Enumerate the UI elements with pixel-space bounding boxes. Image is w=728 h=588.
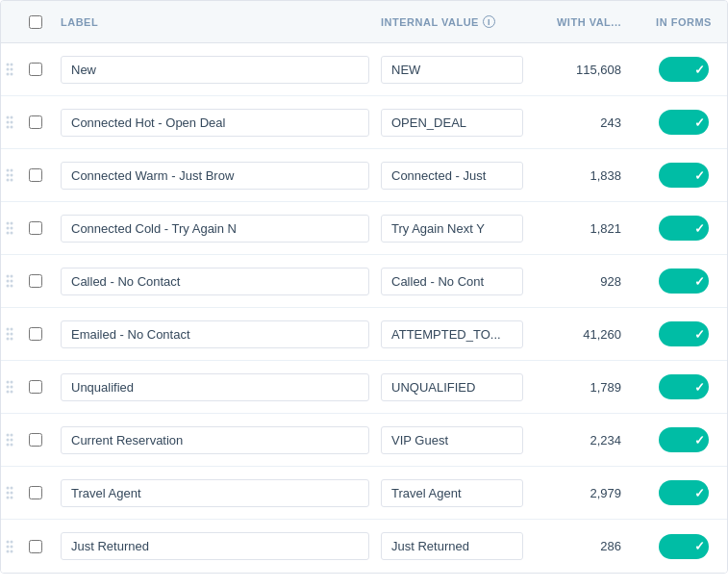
in-forms-toggle[interactable]: ✓: [659, 216, 709, 241]
label-input[interactable]: [61, 532, 369, 560]
toggle-check-icon: ✓: [694, 168, 705, 183]
svg-point-13: [11, 169, 13, 172]
in-forms-toggle[interactable]: ✓: [659, 480, 709, 505]
row-checkbox-col[interactable]: [18, 168, 53, 182]
info-icon[interactable]: i: [483, 15, 495, 28]
svg-point-5: [11, 73, 13, 76]
row-checkbox[interactable]: [29, 540, 42, 553]
label-input[interactable]: [61, 215, 369, 243]
table-row: 1,789 ✓: [1, 361, 727, 414]
in-forms-toggle[interactable]: ✓: [659, 110, 709, 135]
with-val-header: With Val...: [535, 16, 640, 28]
header-checkbox-col[interactable]: [18, 15, 53, 29]
row-checkbox-col[interactable]: [18, 380, 53, 394]
select-all-checkbox[interactable]: [29, 15, 42, 29]
internal-value-input[interactable]: [381, 268, 523, 295]
toggle-check-icon: ✓: [694, 380, 705, 395]
in-forms-toggle[interactable]: ✓: [659, 57, 709, 82]
internal-value-input[interactable]: [381, 532, 523, 560]
row-checkbox-col[interactable]: [18, 221, 53, 235]
in-forms-toggle[interactable]: ✓: [659, 374, 709, 399]
internal-value-input[interactable]: [381, 320, 523, 348]
svg-point-20: [7, 227, 10, 230]
drag-handle[interactable]: [1, 167, 18, 183]
internal-value-input[interactable]: [381, 373, 523, 401]
in-forms-toggle[interactable]: ✓: [659, 427, 709, 452]
row-checkbox-col[interactable]: [18, 115, 53, 129]
svg-point-32: [7, 333, 10, 336]
drag-handle[interactable]: [1, 62, 18, 77]
property-options-table: Label Internal Value i With Val... In Fo…: [0, 0, 728, 574]
drag-handle[interactable]: [1, 539, 18, 554]
table-row: 1,838 ✓: [1, 149, 727, 202]
label-cell: [53, 532, 381, 560]
svg-point-2: [7, 68, 10, 71]
toggle-check-icon: ✓: [694, 63, 705, 77]
table-row: 115,608 ✓: [1, 43, 727, 96]
table-row: 2,979 ✓: [1, 467, 727, 520]
row-checkbox[interactable]: [29, 433, 42, 447]
in-forms-cell: ✓: [640, 110, 727, 135]
row-checkbox-col[interactable]: [18, 433, 53, 447]
row-checkbox-col[interactable]: [18, 274, 53, 288]
in-forms-cell: ✓: [640, 268, 727, 294]
row-checkbox[interactable]: [29, 380, 42, 394]
with-val-cell: 2,979: [535, 486, 640, 500]
drag-handle[interactable]: [1, 220, 18, 236]
drag-handle[interactable]: [1, 485, 18, 500]
svg-point-18: [7, 222, 10, 225]
in-forms-toggle[interactable]: ✓: [659, 268, 709, 294]
in-forms-toggle[interactable]: ✓: [659, 534, 709, 559]
label-input[interactable]: [61, 479, 369, 507]
label-input[interactable]: [61, 268, 369, 295]
row-checkbox[interactable]: [29, 274, 42, 288]
svg-point-15: [11, 174, 13, 177]
label-input[interactable]: [61, 162, 369, 190]
row-checkbox[interactable]: [29, 327, 42, 341]
row-checkbox[interactable]: [29, 63, 42, 76]
label-cell: [53, 320, 381, 348]
internal-value-input[interactable]: [381, 109, 523, 137]
toggle-check-icon: ✓: [694, 221, 705, 236]
internal-value-input[interactable]: [381, 479, 523, 507]
table-row: 286 ✓: [1, 520, 727, 573]
label-input[interactable]: [61, 320, 369, 348]
svg-point-49: [11, 487, 13, 490]
label-cell: [53, 426, 381, 454]
label-input[interactable]: [61, 373, 369, 401]
label-input[interactable]: [61, 109, 369, 137]
table-body: 115,608 ✓: [1, 43, 727, 573]
row-checkbox-col[interactable]: [18, 486, 53, 499]
drag-handle[interactable]: [1, 326, 18, 342]
in-forms-toggle[interactable]: ✓: [659, 163, 709, 188]
in-forms-cell: ✓: [640, 57, 727, 82]
row-checkbox-col[interactable]: [18, 540, 53, 553]
svg-point-17: [11, 179, 13, 182]
drag-handle[interactable]: [1, 273, 18, 289]
svg-point-30: [7, 328, 10, 331]
row-checkbox[interactable]: [29, 486, 42, 499]
drag-handle[interactable]: [1, 379, 18, 395]
label-input[interactable]: [61, 426, 369, 454]
row-checkbox[interactable]: [29, 168, 42, 182]
label-input[interactable]: [61, 56, 369, 84]
svg-point-28: [7, 285, 10, 288]
row-checkbox-col[interactable]: [18, 327, 53, 341]
internal-value-input[interactable]: [381, 215, 523, 243]
svg-point-52: [7, 497, 10, 499]
label-cell: [53, 109, 381, 137]
row-checkbox-col[interactable]: [18, 63, 53, 76]
drag-handle[interactable]: [1, 115, 18, 130]
svg-point-24: [7, 275, 10, 278]
row-checkbox[interactable]: [29, 221, 42, 235]
internal-value-input[interactable]: [381, 162, 523, 190]
internal-value-input[interactable]: [381, 426, 523, 454]
with-val-cell: 115,608: [535, 63, 640, 77]
with-val-cell: 1,838: [535, 168, 640, 183]
in-forms-toggle[interactable]: ✓: [659, 321, 709, 346]
internal-value-input[interactable]: [381, 56, 523, 84]
svg-point-57: [11, 545, 13, 548]
drag-handle[interactable]: [1, 432, 18, 447]
toggle-check-icon: ✓: [694, 539, 705, 553]
row-checkbox[interactable]: [29, 115, 42, 129]
